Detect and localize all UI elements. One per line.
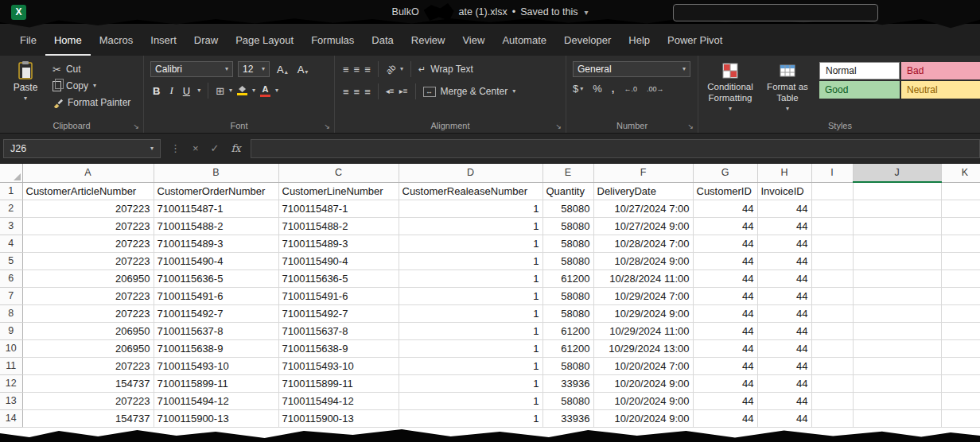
- fill-color-chevron-icon[interactable]: ▾: [252, 87, 255, 94]
- cell-H2[interactable]: 44: [757, 200, 811, 217]
- cell-B14[interactable]: 7100115900-13: [154, 409, 278, 427]
- row-header-13[interactable]: 13: [0, 392, 22, 409]
- copy-button[interactable]: Copy ▾: [52, 80, 130, 91]
- grow-font-button[interactable]: A▴: [274, 64, 290, 76]
- italic-button[interactable]: I: [167, 84, 175, 97]
- cell-H8[interactable]: 44: [757, 304, 811, 322]
- cell-F11[interactable]: 10/20/2024 7:00: [593, 357, 693, 374]
- underline-chevron-icon[interactable]: ▾: [197, 87, 200, 94]
- chevron-down-icon[interactable]: ▾: [150, 145, 154, 152]
- cell-J13[interactable]: [853, 392, 941, 409]
- cell-style-good[interactable]: Good: [819, 81, 900, 99]
- cell-B2[interactable]: 7100115487-1: [154, 200, 278, 217]
- align-left-icon[interactable]: ≡: [343, 87, 349, 97]
- merge-center-chevron-icon[interactable]: ▾: [512, 88, 515, 95]
- align-right-icon[interactable]: ≡: [364, 87, 371, 97]
- increase-indent-icon[interactable]: ▸≡: [399, 87, 408, 95]
- cell-D14[interactable]: 1: [399, 409, 542, 427]
- cell-I14[interactable]: [811, 409, 853, 427]
- cell-C11[interactable]: 7100115493-10: [278, 357, 399, 374]
- search-box[interactable]: [673, 4, 878, 21]
- cell-A12[interactable]: 154737: [22, 374, 154, 392]
- menu-item-draw[interactable]: Draw: [185, 24, 227, 56]
- cell-E8[interactable]: 58080: [542, 304, 593, 322]
- cell-style-neutral[interactable]: Neutral: [901, 81, 980, 99]
- cell-F9[interactable]: 10/29/2024 11:00: [593, 322, 693, 339]
- cell-B11[interactable]: 7100115493-10: [154, 357, 278, 374]
- menu-item-page-layout[interactable]: Page Layout: [227, 24, 302, 56]
- cell-B8[interactable]: 7100115492-7: [154, 304, 278, 322]
- insert-function-button[interactable]: fx: [231, 142, 241, 154]
- cell-J5[interactable]: [853, 252, 941, 269]
- cell-A8[interactable]: 207223: [22, 304, 154, 322]
- cell-C1[interactable]: CustomerLineNumber: [278, 182, 399, 200]
- cell-H10[interactable]: 44: [757, 339, 811, 357]
- cell-J14[interactable]: [853, 409, 941, 427]
- percent-style-button[interactable]: %: [593, 83, 602, 94]
- column-header-K[interactable]: K: [941, 164, 980, 182]
- cell-I4[interactable]: [811, 235, 853, 252]
- cell-E6[interactable]: 61200: [542, 269, 593, 287]
- cell-G11[interactable]: 44: [693, 357, 757, 374]
- cell-C7[interactable]: 7100115491-6: [278, 287, 399, 304]
- column-header-D[interactable]: D: [399, 164, 542, 182]
- menu-item-file[interactable]: File: [11, 24, 45, 56]
- cell-K7[interactable]: [941, 287, 980, 304]
- cell-G10[interactable]: 44: [693, 339, 757, 357]
- cell-B10[interactable]: 7100115638-9: [154, 339, 278, 357]
- cell-F1[interactable]: DeliveryDate: [593, 182, 693, 200]
- cut-button[interactable]: ✂ Cut: [52, 64, 130, 75]
- cell-F3[interactable]: 10/27/2024 9:00: [593, 217, 693, 235]
- cell-F13[interactable]: 10/20/2024 9:00: [593, 392, 693, 409]
- menu-item-insert[interactable]: Insert: [142, 24, 185, 56]
- cell-E5[interactable]: 58080: [542, 252, 593, 269]
- cell-A4[interactable]: 207223: [22, 235, 154, 252]
- increase-decimal-button[interactable]: ←.0: [624, 85, 637, 93]
- cell-I3[interactable]: [811, 217, 853, 235]
- cell-G4[interactable]: 44: [693, 235, 757, 252]
- cell-I10[interactable]: [811, 339, 853, 357]
- cell-B1[interactable]: CustomerOrderNumber: [154, 182, 278, 200]
- cell-K1[interactable]: [941, 182, 980, 200]
- cell-D11[interactable]: 1: [399, 357, 542, 374]
- row-header-12[interactable]: 12: [0, 374, 22, 392]
- cell-style-bad[interactable]: Bad: [901, 62, 980, 79]
- number-format-combo[interactable]: General ▾: [573, 61, 690, 77]
- menu-item-macros[interactable]: Macros: [91, 24, 142, 56]
- orientation-chevron-icon[interactable]: ▾: [400, 66, 403, 72]
- borders-chevron-icon[interactable]: ▾: [229, 87, 232, 94]
- cell-G7[interactable]: 44: [693, 287, 757, 304]
- enter-icon[interactable]: ✓: [211, 142, 220, 154]
- cell-D8[interactable]: 1: [399, 304, 542, 322]
- cell-H14[interactable]: 44: [757, 409, 811, 427]
- cell-H3[interactable]: 44: [757, 217, 811, 235]
- cell-E13[interactable]: 58080: [542, 392, 593, 409]
- row-header-10[interactable]: 10: [0, 339, 22, 357]
- cell-D1[interactable]: CustomerRealeaseNumber: [399, 182, 542, 200]
- menu-item-home[interactable]: Home: [45, 24, 91, 56]
- cell-G14[interactable]: 44: [693, 409, 757, 427]
- cell-F14[interactable]: 10/20/2024 9:00: [593, 409, 693, 427]
- cell-F7[interactable]: 10/29/2024 7:00: [593, 287, 693, 304]
- font-size-combo[interactable]: 12 ▾: [238, 61, 270, 77]
- cell-B5[interactable]: 7100115490-4: [154, 252, 278, 269]
- cell-I1[interactable]: [811, 182, 853, 200]
- font-dialog-launcher-icon[interactable]: ↘: [324, 123, 330, 130]
- cell-I6[interactable]: [811, 269, 853, 287]
- row-header-5[interactable]: 5: [0, 252, 22, 269]
- cell-G9[interactable]: 44: [693, 322, 757, 339]
- cell-H9[interactable]: 44: [757, 322, 811, 339]
- cell-D4[interactable]: 1: [399, 235, 542, 252]
- cell-B12[interactable]: 7100115899-11: [154, 374, 278, 392]
- chevron-down-icon[interactable]: ▾: [93, 83, 96, 89]
- cell-J10[interactable]: [853, 339, 941, 357]
- cell-D13[interactable]: 1: [399, 392, 542, 409]
- align-bottom-icon[interactable]: ≡: [364, 64, 371, 75]
- cell-E11[interactable]: 58080: [542, 357, 593, 374]
- cell-K8[interactable]: [941, 304, 980, 322]
- cell-K9[interactable]: [941, 322, 980, 339]
- cell-B4[interactable]: 7100115489-3: [154, 235, 278, 252]
- menu-item-automate[interactable]: Automate: [493, 24, 555, 56]
- merge-center-button[interactable]: Merge & Center: [441, 86, 508, 97]
- underline-button[interactable]: U: [181, 85, 192, 97]
